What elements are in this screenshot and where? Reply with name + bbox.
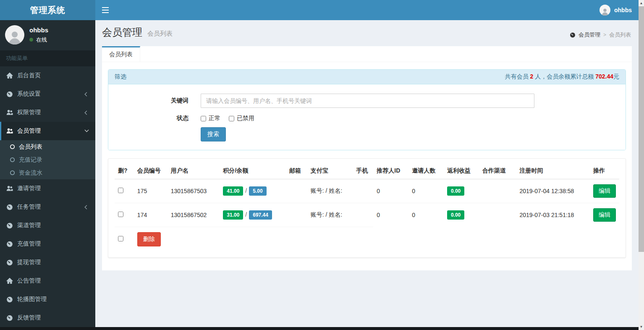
member-id: 174 — [134, 203, 168, 227]
member-alipay: 账号: / 姓名: — [307, 203, 353, 227]
filter-title: 筛选 — [115, 73, 126, 81]
tab-widget: 会员列表 筛选 共有会员 2 人，会员余额累计总额 702.44元 关键词 — [102, 46, 632, 270]
select-all-checkbox[interactable] — [118, 236, 123, 241]
status-normal-option[interactable]: 正常 — [201, 115, 220, 122]
page-title: 会员管理 — [102, 26, 142, 38]
sidebar-item-task-management[interactable]: 任务管理 — [0, 198, 95, 216]
sidebar-item-carousel-management[interactable]: 轮播图管理 — [0, 290, 95, 309]
col-delete: 删? — [115, 163, 134, 179]
col-referrer-id: 推荐人ID — [373, 163, 408, 179]
filter-panel-body: 关键词 状态 — [108, 84, 626, 150]
balance-badge: 5.00 — [249, 186, 266, 196]
navbar-user-name: ohbbs — [614, 7, 632, 13]
home-icon — [6, 72, 13, 79]
sidebar-item-announcement-management[interactable]: 公告管理 — [0, 272, 95, 290]
member-referrer-id: 0 — [373, 203, 408, 227]
circle-o-icon — [10, 157, 15, 162]
edit-button[interactable]: 编辑 — [593, 184, 616, 198]
breadcrumb-root[interactable]: 会员管理 — [579, 31, 600, 39]
scroll-down-arrow-icon[interactable]: ▼ — [639, 324, 644, 330]
sidebar-item-recharge-management[interactable]: 充值管理 — [0, 235, 95, 253]
gauge-icon — [6, 296, 13, 303]
member-invite-count: 0 — [408, 203, 444, 227]
sidebar-user-name: ohbbs — [29, 26, 48, 34]
navbar: ohbbs — [95, 0, 639, 20]
col-register-time: 注册时间 — [516, 163, 590, 179]
col-points-balance: 积分/余额 — [220, 163, 286, 179]
sidebar-subitem-member-list[interactable]: 会员列表 — [0, 140, 95, 153]
chevron-left-icon — [85, 205, 89, 209]
gauge-icon — [6, 259, 13, 266]
status-normal-checkbox[interactable] — [201, 116, 206, 121]
sidebar-item-backend-home[interactable]: 后台首页 — [0, 66, 95, 85]
sidebar-toggle-icon[interactable] — [102, 7, 110, 13]
brand-logo[interactable]: 管理系统 — [0, 0, 95, 20]
tab-strip: 会员列表 — [102, 46, 632, 62]
gauge-icon — [6, 314, 13, 321]
col-invite-count: 邀请人数 — [408, 163, 444, 179]
gauge-icon — [6, 222, 13, 229]
sidebar-item-member-management[interactable]: 会员管理 — [0, 122, 95, 140]
sidebar-item-withdrawal-management[interactable]: 提现管理 — [0, 253, 95, 272]
row-select-checkbox[interactable] — [118, 212, 123, 217]
navbar-user-menu[interactable]: ohbbs — [599, 5, 632, 16]
edit-button[interactable]: 编辑 — [593, 208, 616, 222]
member-invite-count: 0 — [408, 179, 444, 203]
users-icon — [6, 109, 13, 116]
points-badge: 41.00 — [223, 186, 243, 196]
balance-total: 702.44 — [595, 73, 613, 80]
top-bar: 管理系统 ohbbs — [0, 0, 639, 20]
sidebar-item-channel-management[interactable]: 渠道管理 — [0, 216, 95, 235]
sidebar-subitem-fund-flow[interactable]: 资金流水 — [0, 166, 95, 179]
row-select-checkbox[interactable] — [118, 188, 123, 193]
gauge-icon — [6, 91, 13, 97]
sidebar-item-feedback-management[interactable]: 反馈管理 — [0, 309, 95, 327]
member-channel — [479, 203, 516, 227]
content-header: 会员管理 会员列表 会员管理 > 会员列表 — [95, 20, 639, 46]
rebate-badge: 0.00 — [447, 186, 464, 196]
status-disabled-checkbox[interactable] — [229, 116, 234, 121]
table-row: 174 13015867502 31.00/697.44 账号: / 姓名: — [115, 203, 619, 227]
user-avatar-icon — [599, 5, 610, 16]
search-button[interactable]: 搜索 — [201, 127, 226, 141]
sidebar-avatar — [5, 25, 24, 45]
member-table-box: 删? 会员编号 用户名 积分/余额 邮箱 支付宝 手机 推荐人ID 邀请人数 — [108, 158, 626, 258]
member-table: 删? 会员编号 用户名 积分/余额 邮箱 支付宝 手机 推荐人ID 邀请人数 — [115, 163, 619, 251]
sidebar-menu: 后台首页 系统设置 权限管理 会员管理 — [0, 66, 95, 327]
col-rebate: 返利收益 — [444, 163, 479, 179]
delete-button[interactable]: 删除 — [137, 232, 161, 246]
scroll-up-arrow-icon[interactable]: ▲ — [639, 0, 644, 6]
online-dot-icon — [29, 38, 33, 42]
member-register-time: 2019-07-03 21:51:18 — [516, 203, 590, 227]
table-header-row: 删? 会员编号 用户名 积分/余额 邮箱 支付宝 手机 推荐人ID 邀请人数 — [115, 163, 619, 179]
horizontal-scrollbar[interactable] — [0, 327, 639, 330]
users-icon — [6, 128, 13, 134]
scrollbar-thumb[interactable] — [639, 6, 644, 252]
member-username: 13015867502 — [168, 203, 220, 227]
table-row: 175 13015867503 41.00/5.00 账号: / 姓名: — [115, 179, 619, 203]
vertical-scrollbar[interactable]: ▲ ▼ — [639, 0, 644, 330]
keyword-label: 关键词 — [115, 97, 188, 105]
delete-row: 删除 — [115, 227, 619, 251]
status-disabled-option[interactable]: 已禁用 — [229, 115, 254, 122]
sidebar-item-permission-management[interactable]: 权限管理 — [0, 103, 95, 122]
sidebar-item-invitation-management[interactable]: 邀请管理 — [0, 179, 95, 198]
tab-member-list[interactable]: 会员列表 — [102, 46, 140, 62]
page-subtitle: 会员列表 — [147, 30, 173, 37]
users-icon — [6, 185, 13, 192]
chevron-left-icon — [85, 110, 89, 115]
col-member-id: 会员编号 — [134, 163, 168, 179]
sidebar-item-system-settings[interactable]: 系统设置 — [0, 85, 95, 103]
member-register-time: 2019-07-04 12:38:58 — [516, 179, 590, 203]
chevron-left-icon — [85, 92, 89, 96]
breadcrumb-current: 会员列表 — [609, 31, 631, 39]
sidebar-subitem-recharge-records[interactable]: 充值记录 — [0, 153, 95, 166]
admin-screen: 管理系统 ohbbs ohbbs 在线 — [0, 0, 644, 330]
member-id: 175 — [134, 179, 168, 203]
keyword-input[interactable] — [201, 94, 534, 108]
col-alipay: 支付宝 — [307, 163, 353, 179]
col-email: 邮箱 — [286, 163, 307, 179]
member-email — [286, 179, 307, 203]
sidebar-user-panel: ohbbs 在线 — [0, 20, 95, 50]
points-badge: 31.00 — [223, 210, 243, 220]
